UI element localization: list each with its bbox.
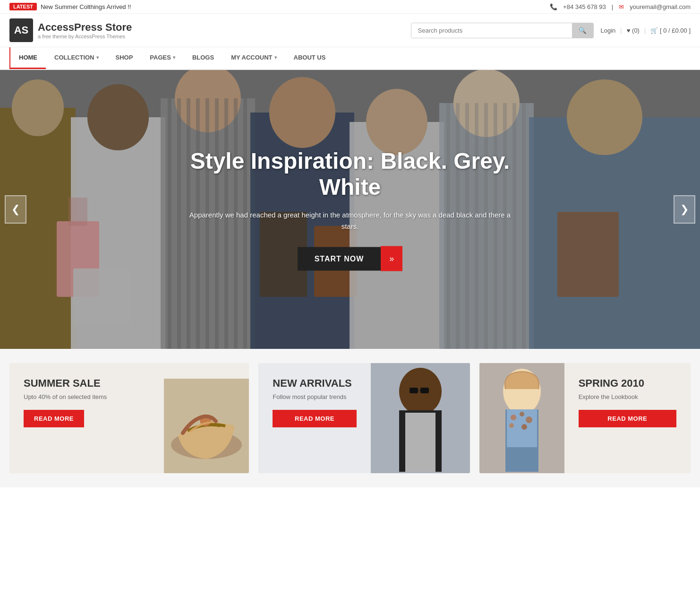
svg-point-59 (521, 424, 527, 430)
svg-point-56 (520, 412, 524, 416)
nav-home[interactable]: HOME (9, 47, 46, 69)
separator-1: | (612, 3, 613, 10)
nav-pages[interactable]: PAGES ▾ (141, 47, 184, 69)
svg-rect-47 (405, 413, 435, 472)
promo-spring-text: SPRING 2010 Explore the Lookbook READ MO… (564, 363, 691, 442)
cart-label: [ 0 / £0.00 ] (660, 27, 691, 34)
latest-badge: LATEST (9, 3, 37, 10)
promo-card-summer-sale: SUMMER SALE Upto 40% of on selected item… (9, 363, 249, 473)
nav-my-account[interactable]: MY ACCOUNT ▾ (222, 47, 285, 69)
slider-next-button[interactable]: ❯ (674, 195, 695, 224)
promo-arrivals-image (371, 363, 470, 473)
promo-card-spring: SPRING 2010 Explore the Lookbook READ MO… (479, 363, 691, 473)
nav-shop[interactable]: SHOP (107, 47, 142, 69)
header: AS AccessPress Store a free theme by Acc… (0, 14, 700, 47)
svg-point-57 (526, 416, 532, 423)
logo[interactable]: AS AccessPress Store a free theme by Acc… (9, 18, 132, 42)
hero-title: Style Inspiration: Black. Grey. White (185, 148, 515, 200)
promo-card-new-arrivals: NEW ARRIVALS Follow most popular trends … (258, 363, 470, 473)
hero-slider: Style Inspiration: Black. Grey. White Ap… (0, 70, 700, 349)
promo-spring-btn[interactable]: READ MORE (579, 410, 676, 427)
start-now-button[interactable]: START NOW (298, 247, 381, 270)
header-right: 🔍 Login | ♥ (0) | 🛒 [ 0 / £0.00 ] (411, 23, 691, 38)
promo-arrivals-title: NEW ARRIVALS (273, 377, 356, 390)
cart-link[interactable]: 🛒 [ 0 / £0.00 ] (650, 27, 691, 34)
logo-text: AccessPress Store a free theme by Access… (38, 21, 132, 39)
svg-point-58 (509, 423, 514, 428)
promo-arrivals-btn[interactable]: READ MORE (273, 410, 356, 427)
svg-point-55 (511, 415, 516, 420)
brand-name: AccessPress Store (38, 21, 132, 34)
nav-blogs[interactable]: BLOGS (184, 47, 222, 69)
svg-rect-49 (420, 388, 429, 393)
chevron-down-icon-2: ▾ (173, 55, 175, 60)
promo-section: SUMMER SALE Upto 40% of on selected item… (0, 349, 700, 487)
cart-icon: 🛒 (650, 27, 658, 34)
svg-rect-48 (410, 388, 418, 393)
wishlist-link[interactable]: ♥ (0) (627, 27, 640, 34)
email-address: youremail@gmail.com (630, 3, 691, 10)
search-input[interactable] (411, 23, 572, 38)
topbar: LATEST New Summer Colthings Arrived !! 📞… (0, 0, 700, 14)
search-button[interactable]: 🔍 (572, 23, 593, 38)
hero-arrow-button[interactable]: » (381, 246, 402, 271)
navbar: HOME COLLECTION ▾ SHOP PAGES ▾ BLOGS MY … (0, 47, 700, 70)
phone-number: +84 345 678 93 (563, 3, 606, 10)
hero-cta-wrapper: START NOW » (185, 246, 515, 271)
phone-icon: 📞 (550, 3, 557, 10)
hero-subtitle: Apparently we had reached a great height… (185, 209, 515, 232)
nav-collection[interactable]: COLLECTION ▾ (46, 47, 107, 69)
promo-summer-btn[interactable]: READ MORE (24, 410, 84, 427)
promo-summer-title: SUMMER SALE (24, 377, 101, 390)
promo-summer-desc: Upto 40% of on selected items (24, 393, 107, 400)
logo-icon: AS (9, 18, 33, 42)
hero-content: Style Inspiration: Black. Grey. White Ap… (185, 148, 515, 271)
slider-prev-button[interactable]: ❮ (5, 195, 26, 224)
separator-3: | (644, 27, 646, 34)
brand-tagline: a free theme by AccessPress Themes (38, 34, 132, 39)
promo-arrivals-desc: Follow most popular trends (273, 393, 356, 400)
login-link[interactable]: Login (601, 27, 616, 34)
chevron-down-icon: ▾ (96, 55, 99, 60)
promo-spring-image (479, 363, 564, 473)
announcement-text: New Summer Colthings Arrived !! (41, 3, 131, 10)
topbar-left: LATEST New Summer Colthings Arrived !! (9, 3, 131, 10)
email-icon: ✉ (619, 3, 624, 10)
promo-spring-desc: Explore the Lookbook (579, 393, 676, 400)
promo-new-arrivals-text: NEW ARRIVALS Follow most popular trends … (258, 363, 370, 442)
header-actions: Login | ♥ (0) | 🛒 [ 0 / £0.00 ] (601, 27, 691, 34)
chevron-down-icon-3: ▾ (274, 55, 277, 60)
promo-spring-title: SPRING 2010 (579, 377, 676, 390)
nav-about-us[interactable]: ABOUT US (285, 47, 334, 69)
separator-2: | (620, 27, 622, 34)
search-box[interactable]: 🔍 (411, 23, 594, 38)
topbar-right: 📞 +84 345 678 93 | ✉ youremail@gmail.com (550, 3, 691, 10)
